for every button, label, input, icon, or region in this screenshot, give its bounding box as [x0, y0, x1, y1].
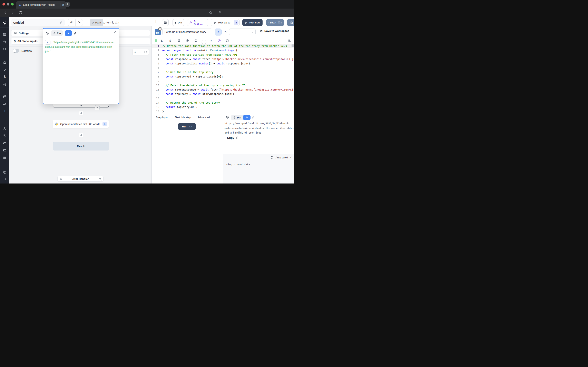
popup-json-viewer: a : "https://www.geoffreylitt.com/2025/0…	[45, 40, 117, 54]
sidebar-item-runs-icon[interactable]	[3, 68, 7, 72]
sidebar-item-variables-icon[interactable]: $	[4, 75, 6, 79]
add-step-button[interactable]	[79, 111, 83, 115]
expand-popup-icon[interactable]	[113, 31, 116, 33]
edit-name-pencil-icon[interactable]	[60, 21, 63, 24]
result-label: Result	[77, 145, 85, 148]
edit-result-pencil-icon[interactable]	[252, 116, 255, 119]
zoom-out-icon[interactable]: −	[139, 50, 141, 54]
sidebar-item-schedules-icon[interactable]	[3, 95, 7, 99]
new-tab-button[interactable]: +	[65, 2, 70, 7]
add-error-handler-button[interactable]	[98, 177, 102, 181]
package-icon[interactable]	[186, 39, 189, 42]
reload-icon[interactable]	[18, 11, 22, 15]
bottom-tabs: Step InputTest this stepAdvanced	[155, 115, 210, 120]
sidebar-item-help-icon[interactable]	[3, 170, 7, 174]
pinned-status-text: Using pinned data	[225, 163, 250, 166]
package-icon[interactable]	[177, 39, 181, 42]
copy-button[interactable]: Copy	[227, 136, 239, 140]
forward-icon[interactable]	[11, 11, 15, 15]
more-options-icon[interactable]: ⋮	[154, 20, 157, 23]
sidebar-item-add-icon[interactable]: +	[3, 109, 6, 113]
docs-button[interactable]	[162, 19, 169, 26]
draft-button[interactable]: Draft ⌘S	[266, 19, 284, 26]
edit-pinned-pencil-icon[interactable]	[74, 32, 77, 35]
save-to-workspace-button[interactable]: Save to workspace	[260, 29, 289, 33]
dataflow-toggle[interactable]	[13, 49, 19, 53]
plus-icon	[99, 178, 101, 180]
history-icon[interactable]	[226, 116, 229, 119]
diff-icon[interactable]: ±	[210, 39, 212, 42]
resources-icon[interactable]: $	[169, 39, 171, 42]
minimize-window-button[interactable]	[7, 3, 9, 6]
pin-icon	[217, 31, 220, 33]
json-key-badge[interactable]: a	[45, 40, 51, 45]
sidebar-item-resources-icon[interactable]	[3, 83, 7, 86]
save-icon	[268, 21, 269, 24]
ai-assistant-icon[interactable]	[218, 39, 221, 42]
history-icon[interactable]	[45, 31, 49, 35]
sidebar-item-apps-icon[interactable]	[3, 33, 7, 36]
maximize-window-button[interactable]	[11, 3, 14, 6]
sidebar-item-settings-icon[interactable]	[3, 134, 7, 138]
add-step-button[interactable]	[79, 133, 83, 137]
tag-select[interactable]	[229, 29, 256, 35]
tab-step-input[interactable]: Step Input	[155, 115, 169, 120]
diff-button[interactable]: ± Diff	[173, 19, 184, 26]
library-icon[interactable]	[288, 39, 291, 42]
bookmark-star-icon[interactable]	[209, 11, 213, 15]
test-flow-button[interactable]: Test flow	[242, 19, 263, 26]
reset-icon[interactable]	[194, 39, 198, 42]
undo-button[interactable]: ↶	[68, 21, 75, 25]
sidebar-item-home-icon[interactable]	[3, 60, 7, 64]
node-a-pin-badge[interactable]	[95, 105, 100, 110]
plusminus-icon: ±	[175, 21, 176, 24]
fit-view-icon[interactable]	[144, 51, 147, 53]
variables-icon[interactable]: $	[161, 39, 163, 42]
deploy-button[interactable]: Deploy	[287, 19, 294, 26]
draft-shortcut: ⌘S	[278, 21, 282, 24]
back-icon[interactable]	[3, 11, 7, 15]
expand-log-icon[interactable]	[271, 156, 274, 159]
sidebar-item-folders-icon[interactable]	[3, 149, 7, 152]
editor-settings-icon[interactable]	[226, 39, 229, 42]
sidebar-item-favorites-icon[interactable]	[3, 40, 7, 44]
step-a-badge[interactable]: a	[234, 20, 238, 25]
tab-advanced[interactable]: Advanced	[197, 115, 210, 120]
sidebar-item-search-icon[interactable]	[3, 47, 7, 51]
result-pin-active-button[interactable]	[243, 115, 251, 120]
browser-tab[interactable]: Edit Flow u/henri/pin_results ✕	[16, 1, 66, 8]
test-up-to-button[interactable]: Test up to a	[211, 19, 240, 26]
browser-tab-bar: Edit Flow u/henri/pin_results ✕ +	[0, 0, 294, 8]
tab-test-this-step[interactable]: Test this step	[174, 115, 192, 120]
redo-button[interactable]: ↷	[76, 21, 83, 25]
pin-active-button[interactable]	[65, 30, 72, 36]
step-name-input[interactable]	[162, 29, 212, 35]
flow-node-error-handler[interactable]: Error Handler	[57, 176, 104, 182]
editor-scrollbar[interactable]	[292, 44, 294, 47]
sidebar-expand-icon[interactable]	[3, 177, 7, 181]
flow-node-result[interactable]: Result	[53, 142, 109, 150]
ai-builder-button[interactable]: AI Builder	[187, 19, 208, 26]
zoom-in-icon[interactable]: +	[134, 50, 136, 54]
pin-icon	[233, 116, 236, 119]
sidebar-item-workers-icon[interactable]	[3, 141, 7, 145]
flow-node-b[interactable]: Open url and fetch first 500 words of ..…	[53, 120, 109, 128]
path-control[interactable]: Path u/henri/pin	[90, 19, 119, 26]
sidebar-item-routes-icon[interactable]	[3, 102, 7, 106]
windmill-logo-icon[interactable]	[2, 21, 7, 25]
step-pin-button[interactable]	[215, 29, 222, 35]
auto-scroll-control[interactable]: Auto scroll ✓	[271, 156, 292, 159]
pin-icon	[246, 116, 248, 119]
json-value-lines: useful-ai-assistant-with-one-sqlite-tabl…	[45, 45, 117, 54]
pin-toggle-button[interactable]: Pin	[51, 30, 63, 36]
close-window-button[interactable]	[2, 3, 5, 6]
extensions-icon[interactable]	[218, 11, 222, 15]
result-pin-toggle-button[interactable]: Pin	[231, 115, 243, 120]
run-button[interactable]: Run ⌘↵	[178, 123, 196, 130]
sidebar-item-logs-icon[interactable]	[3, 156, 7, 159]
sidebar-item-users-icon[interactable]	[3, 127, 7, 130]
close-tab-icon[interactable]: ✕	[62, 3, 64, 7]
flow-name-field[interactable]: Untitled	[11, 19, 65, 26]
diff-label: Diff	[178, 21, 182, 24]
code-editor[interactable]: 1// Define the main function to fetch th…	[152, 44, 294, 115]
